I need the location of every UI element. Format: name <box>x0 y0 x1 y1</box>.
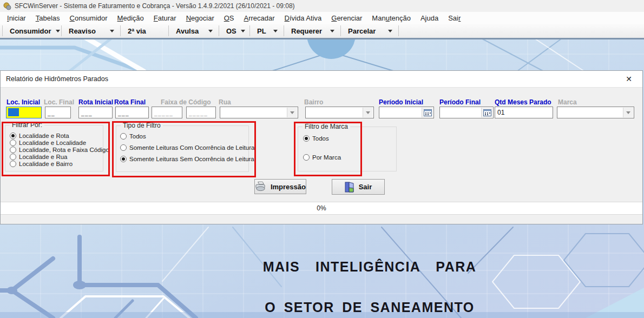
menu-label-post: onsumidor <box>75 14 108 22</box>
sair-button[interactable]: Sair <box>332 179 385 195</box>
menu-label-post: S <box>229 14 234 22</box>
dropdown-arrow-icon[interactable] <box>208 30 213 32</box>
label-periodo-inicial: Período Inicial <box>379 98 423 106</box>
menu-label-key: r <box>458 14 461 22</box>
label-rota-inicial: Rota Inicial <box>78 98 113 106</box>
dropdown-arrow-icon[interactable] <box>110 30 114 32</box>
menu-label-pre: Ajuda <box>420 14 438 22</box>
menu-label-post: tenção <box>390 14 411 22</box>
label-loc-inicial: Loc. Inicial <box>6 98 40 106</box>
faixa-codigo-ate-input[interactable]: _____ <box>186 107 216 118</box>
menu-faturar[interactable]: Faturar <box>149 13 181 23</box>
dropdown-arrow-icon[interactable] <box>241 30 245 32</box>
annotation-rect-tipo-de-filtro <box>112 121 256 177</box>
menu-label-key: G <box>331 14 337 22</box>
bairro-combobox[interactable] <box>305 107 374 118</box>
menu-ajuda[interactable]: Ajuda <box>416 13 443 23</box>
calendar-picker-button[interactable] <box>481 108 492 117</box>
dropdown-arrow-icon[interactable] <box>56 30 60 32</box>
impressao-button[interactable]: Impressão <box>254 179 306 194</box>
tool-2via-button[interactable]: 2ª via <box>121 24 168 38</box>
tool-label: Avulsa <box>176 27 199 35</box>
tool-pl-button[interactable]: PL <box>250 24 284 38</box>
tool-consumidor-button[interactable]: Consumidor <box>3 24 61 38</box>
qtd-meses-parado-input[interactable]: 01 <box>495 107 553 118</box>
rua-combobox[interactable] <box>220 107 298 118</box>
menu-bar: Iniciar Tabelas Consumidor Medição Fatur… <box>0 12 644 24</box>
combo-dropdown-button[interactable] <box>287 108 297 117</box>
menu-medicao[interactable]: Medição <box>113 13 149 23</box>
menu-label-post: aturar <box>158 14 176 22</box>
tool-label: Requerer <box>291 27 322 35</box>
rota-inicial-input[interactable]: ___ <box>78 107 113 118</box>
exit-door-icon <box>345 182 354 193</box>
input-mask: ___ <box>118 110 129 116</box>
label-bairro: Bairro <box>304 98 323 106</box>
close-icon[interactable]: ✕ <box>621 75 637 83</box>
loc-final-input[interactable]: __ <box>45 107 71 118</box>
toolbar: Consumidor Reaviso 2ª via Avulsa OS PL R… <box>0 24 644 39</box>
dropdown-arrow-icon[interactable] <box>388 30 392 32</box>
annotation-rect-filtrar-por <box>2 122 110 176</box>
input-mask: ___ <box>81 110 93 116</box>
tool-label: OS <box>226 27 236 35</box>
combo-dropdown-button[interactable] <box>363 108 373 117</box>
combo-dropdown-button[interactable] <box>623 108 633 117</box>
tool-os-button[interactable]: OS <box>219 24 249 38</box>
menu-negociar[interactable]: Negociar <box>181 13 219 23</box>
menu-tabelas[interactable]: Tabelas <box>31 13 65 23</box>
menu-label-key: D <box>285 14 290 22</box>
tool-avulsa-button[interactable]: Avulsa <box>169 24 219 38</box>
menu-os[interactable]: OS <box>219 13 239 23</box>
tool-label: Parcelar <box>348 27 376 35</box>
label-rua: Rua <box>219 98 231 106</box>
menu-label-post: ívida Ativa <box>290 14 321 22</box>
label-periodo-final: Período Final <box>439 98 481 106</box>
label-marca: Marca <box>558 98 577 106</box>
tool-parcelar-button[interactable]: Parcelar <box>341 24 398 38</box>
faixa-codigo-de-input[interactable]: _____ <box>152 107 182 118</box>
input-mask: _____ <box>154 110 173 116</box>
chevron-down-icon <box>366 111 370 114</box>
window-titlebar: SFCWinServer - Sistema de Faturamento e … <box>0 0 644 12</box>
menu-label-post: rrecadar <box>248 14 274 22</box>
annotation-rect-filtro-de-marca <box>294 122 362 176</box>
banner-line1: MAIS INTELIGÊNCIA PARA <box>240 260 500 274</box>
loc-inicial-input[interactable] <box>6 107 42 118</box>
menu-label-key: A <box>244 14 249 22</box>
menu-sair[interactable]: Sair <box>443 13 465 23</box>
printer-icon <box>255 181 266 192</box>
periodo-final-date-input[interactable] <box>439 107 494 118</box>
rota-final-input[interactable]: ___ <box>115 107 149 118</box>
tool-label: Consumidor <box>10 27 51 35</box>
tool-requerer-button[interactable]: Requerer <box>284 24 340 38</box>
menu-iniciar[interactable]: Iniciar <box>2 13 31 23</box>
menu-gerenciar[interactable]: Gerenciar <box>326 13 367 23</box>
dialog-titlebar: Relatório de Hidrômetros Parados ✕ <box>1 71 642 88</box>
menu-manutencao[interactable]: Manutenção <box>367 13 416 23</box>
menu-label-pre: Man <box>372 14 385 22</box>
menu-divida-ativa[interactable]: Dívida Ativa <box>280 13 327 23</box>
menu-label-post: niciar <box>9 14 26 22</box>
label-qtd-meses-parado: Qtd Meses Parado <box>495 98 551 106</box>
input-mask: _____ <box>189 110 208 116</box>
dialog-title: Relatório de Hidrômetros Parados <box>6 75 108 83</box>
selection-highlight <box>8 108 19 116</box>
marketing-banner: MAIS INTELIGÊNCIA PARA O SETOR DE SANEAM… <box>240 233 500 318</box>
button-label: Impressão <box>271 183 306 191</box>
chevron-down-icon <box>290 111 294 114</box>
calendar-picker-button[interactable] <box>422 108 433 117</box>
menu-label-key: O <box>224 14 229 22</box>
menu-label-key: N <box>186 14 191 22</box>
menu-arrecadar[interactable]: Arrecadar <box>239 13 280 23</box>
menu-label-key: u <box>386 14 390 22</box>
marca-combobox[interactable] <box>557 107 634 118</box>
tool-reaviso-button[interactable]: Reaviso <box>62 24 120 38</box>
dropdown-arrow-icon[interactable] <box>330 30 334 32</box>
periodo-inicial-date-input[interactable] <box>379 107 434 118</box>
menu-consumidor[interactable]: Consumidor <box>65 13 113 23</box>
dropdown-arrow-icon[interactable] <box>273 30 278 32</box>
tool-label: 2ª via <box>128 27 146 35</box>
progress-bar: 0% <box>1 202 642 215</box>
menu-label-post: abelas <box>39 14 60 22</box>
